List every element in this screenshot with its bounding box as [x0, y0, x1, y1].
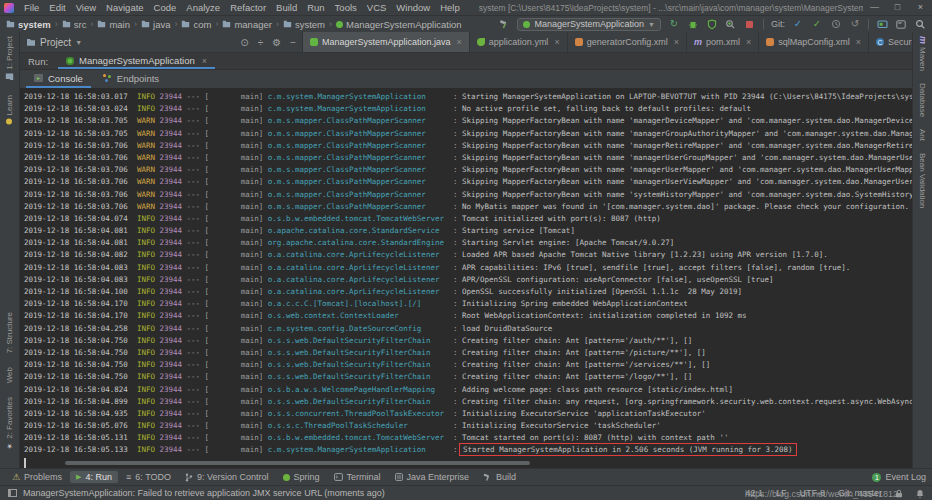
editor-tab-SecurityConfig.java[interactable]: CSecurityConfig.java× — [869, 32, 912, 52]
lock-icon[interactable] — [895, 489, 903, 498]
breadcrumb-item-ManagerSystemApplication[interactable]: ManagerSystemApplication — [336, 19, 462, 30]
gear-icon[interactable]: ⚙ — [272, 37, 281, 48]
menu-item-run[interactable]: Run — [302, 2, 329, 13]
stripe-button-learn[interactable]: Learn — [5, 95, 14, 124]
editor-tab-label: application.yml — [489, 37, 549, 47]
horizontal-scrollbar[interactable] — [65, 461, 530, 465]
close-icon[interactable]: × — [202, 56, 207, 66]
toolwindow-button-build[interactable]: Build — [477, 471, 522, 483]
tab-console[interactable]: ▸ Console — [26, 70, 91, 88]
menu-item-tools[interactable]: Tools — [330, 2, 362, 13]
editor-tab-pom.xml[interactable]: mpom.xml× — [687, 32, 759, 52]
file-type-xml-icon — [575, 38, 583, 46]
menu-item-view[interactable]: View — [71, 2, 101, 13]
stripe-button-bean-validation[interactable]: Bean Validation — [918, 153, 927, 208]
branch-icon — [185, 473, 193, 482]
breadcrumb-item-main[interactable]: main — [97, 19, 130, 30]
close-icon[interactable]: × — [746, 37, 751, 47]
profiler-button-icon[interactable] — [725, 18, 737, 30]
menu-item-code[interactable]: Code — [149, 2, 182, 13]
log-field: 2019-12-18 16:58:03.024 — [24, 104, 132, 113]
toolwindow-button--todo[interactable]: ≡6: TODO — [120, 471, 177, 483]
terminal-toolbar-icon[interactable] — [895, 18, 907, 30]
breadcrumb-item-system[interactable]: system — [283, 19, 325, 30]
breadcrumb-item-src[interactable]: src — [62, 19, 87, 30]
toolwindow-button-spring[interactable]: Spring — [277, 471, 326, 483]
editor-tab-sqlMapConfig.xml[interactable]: sqlMapConfig.xml× — [759, 32, 869, 52]
toolwindow-button--version-control[interactable]: 9: Version Control — [179, 471, 275, 483]
menu-item-navigate[interactable]: Navigate — [101, 2, 149, 13]
line-ending[interactable]: LF — [776, 488, 787, 498]
editor-tab-label: ManagerSystemApplication.java — [322, 37, 451, 47]
stripe-button--structure[interactable]: 7: Structure — [5, 312, 14, 353]
run-config-selector[interactable]: ManagerSystemApplication ▼ — [517, 18, 661, 31]
log-field: 2019-12-18 16:58:04.750 — [24, 336, 132, 345]
breadcrumb-item-com[interactable]: com — [181, 19, 211, 30]
project-panel-header[interactable]: Project ▼ ⊙ ÷ ⚙ − — [20, 32, 303, 52]
close-icon[interactable]: × — [457, 37, 462, 47]
stripe-button-ant[interactable]: Ant — [918, 129, 927, 141]
update-project-icon[interactable]: ✓ — [792, 18, 804, 30]
tab-endpoints[interactable]: Endpoints — [95, 70, 167, 88]
event-log-button[interactable]: 1Event Log — [872, 472, 926, 482]
endpoints-tab-label: Endpoints — [117, 73, 159, 84]
menu-item-help[interactable]: Help — [435, 2, 465, 13]
breadcrumb-item-manager[interactable]: manager — [222, 19, 272, 30]
log-field: --- [ main] — [182, 397, 268, 406]
collapse-icon[interactable]: ÷ — [258, 37, 264, 48]
remote-host-icon[interactable] — [876, 18, 888, 30]
locate-icon[interactable]: ⊙ — [240, 37, 248, 48]
coverage-button-icon[interactable] — [706, 18, 718, 30]
toolwindow-toggle-icon[interactable] — [8, 489, 17, 497]
git-branch[interactable]: Git: master — [838, 488, 882, 498]
menu-item-analyze[interactable]: Analyze — [181, 2, 225, 13]
editor-tab-application.yml[interactable]: application.yml× — [470, 32, 568, 52]
build-hammer-icon[interactable] — [498, 18, 510, 30]
breadcrumb-label: java — [153, 19, 170, 30]
log-field: 23944 — [159, 275, 182, 284]
log-field: c.m.system.ManagerSystemApplication — [268, 104, 449, 113]
menu-item-edit[interactable]: Edit — [44, 2, 70, 13]
status-message: ManagerSystemApplication: Failed to retr… — [23, 488, 385, 498]
editor-tab-generatorConfig.xml[interactable]: generatorConfig.xml× — [568, 32, 687, 52]
close-icon[interactable]: × — [554, 37, 559, 47]
file-encoding[interactable]: UTF-8 — [799, 488, 825, 498]
rollback-icon[interactable]: ↺ — [849, 18, 861, 30]
menu-item-window[interactable]: Window — [391, 2, 435, 13]
log-field: o.s.b.w.embedded.tomcat.TomcatWebServer — [268, 214, 449, 223]
toolwindow-button-java-enterprise[interactable]: Java Enterprise — [389, 471, 476, 483]
close-icon[interactable]: × — [674, 37, 679, 47]
menu-item-vcs[interactable]: VCS — [362, 2, 392, 13]
run-tab[interactable]: ManagerSystemApplication × — [58, 53, 215, 69]
minimize-button[interactable]: — — [863, 0, 886, 15]
close-button[interactable]: × — [909, 0, 932, 15]
search-everywhere-icon[interactable] — [914, 18, 926, 30]
maximize-button[interactable]: □ — [886, 0, 909, 15]
stripe-button-maven[interactable]: mMaven — [918, 36, 928, 71]
commit-icon[interactable]: ✓ — [811, 18, 823, 30]
log-field: Adding welcome page: class path resource… — [462, 385, 733, 394]
stripe-button--project[interactable]: 1: Project — [5, 36, 14, 81]
toolwindow-button--run[interactable]: ▶4: Run — [70, 471, 118, 483]
notifications-bell-icon[interactable] — [916, 489, 924, 498]
log-field: o.m.s.mapper.ClassPathMapperScanner — [268, 141, 449, 150]
menu-item-refactor[interactable]: Refactor — [225, 2, 271, 13]
rerun-button-icon[interactable]: ↻ — [668, 18, 680, 30]
close-icon[interactable]: × — [856, 37, 861, 47]
debug-button-icon[interactable] — [687, 18, 699, 30]
stripe-button-database[interactable]: Database — [918, 83, 927, 117]
menu-item-build[interactable]: Build — [271, 2, 302, 13]
caret-position[interactable]: 42:1 — [745, 488, 763, 498]
editor-tab-ManagerSystemApplication.java[interactable]: ManagerSystemApplication.java× — [303, 32, 470, 52]
breadcrumb-item-java[interactable]: java — [141, 19, 170, 30]
stripe-button--favorites[interactable]: ★2: Favorites — [5, 397, 14, 450]
menu-item-file[interactable]: File — [19, 2, 44, 13]
console-output[interactable]: 2019-12-18 16:58:03.017 INFO 23944 --- [… — [20, 88, 912, 468]
stripe-button-web[interactable]: Web — [5, 367, 14, 383]
breadcrumb-item-system[interactable]: system — [6, 19, 51, 30]
history-icon[interactable] — [830, 18, 842, 30]
toolwindow-button-problems[interactable]: ⚠Problems — [6, 471, 68, 483]
hide-panel-icon[interactable]: − — [290, 37, 296, 48]
toolwindow-button-terminal[interactable]: Terminal — [328, 471, 387, 483]
stop-button-icon[interactable] — [744, 18, 756, 30]
